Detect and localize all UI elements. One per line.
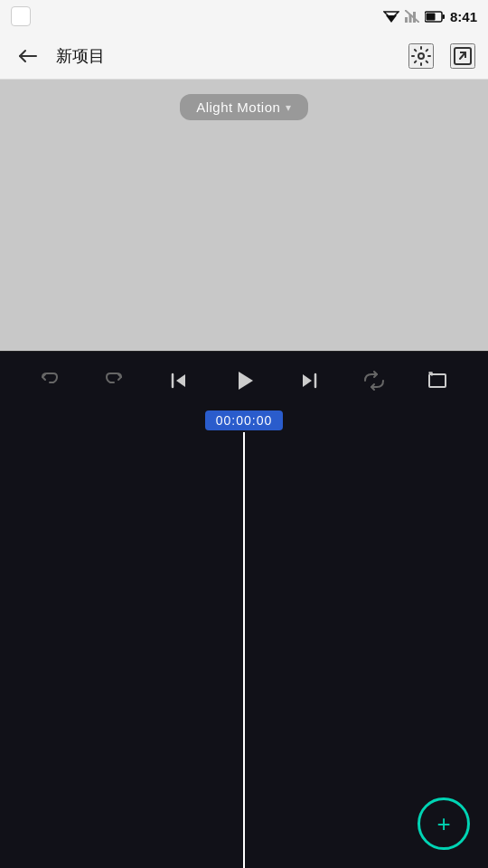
svg-rect-2	[405, 17, 408, 23]
back-button[interactable]	[13, 41, 43, 71]
svg-point-10	[418, 53, 424, 59]
battery-icon	[425, 11, 445, 23]
timecode-display: 00:00:00	[205, 410, 284, 430]
loop-button[interactable]	[358, 364, 390, 397]
skip-to-end-button[interactable]	[294, 364, 326, 397]
watermark-button[interactable]: Alight Motion ▾	[180, 94, 308, 120]
add-layer-button[interactable]: +	[418, 797, 470, 850]
svg-rect-8	[426, 13, 435, 20]
watermark-text: Alight Motion	[196, 99, 280, 115]
play-button[interactable]	[226, 363, 262, 399]
watermark-arrow: ▾	[286, 101, 292, 114]
status-time: 8:41	[450, 9, 477, 24]
status-bar-right: 8:41	[383, 9, 477, 24]
playhead: 00:00:00	[0, 409, 488, 868]
app-icon-square	[11, 6, 31, 26]
playback-controls	[0, 351, 488, 409]
fit-screen-button[interactable]	[421, 364, 454, 397]
timeline[interactable]: 00:00:00 +	[0, 409, 488, 868]
svg-marker-14	[239, 372, 253, 390]
playhead-line	[243, 432, 245, 868]
settings-button[interactable]	[408, 43, 434, 69]
project-title: 新项目	[52, 45, 399, 67]
export-button[interactable]	[450, 43, 475, 69]
wifi-icon	[383, 10, 399, 23]
redo-button[interactable]	[98, 364, 130, 397]
skip-to-start-button[interactable]	[162, 364, 194, 397]
signal-icon	[405, 10, 419, 23]
svg-rect-7	[442, 14, 445, 19]
add-icon: +	[436, 812, 450, 835]
undo-button[interactable]	[33, 364, 66, 397]
preview-canvas: Alight Motion ▾	[0, 80, 488, 351]
status-bar-left	[11, 6, 31, 26]
status-bar: 8:41	[0, 0, 488, 33]
toolbar-actions	[408, 43, 475, 69]
svg-rect-16	[429, 374, 446, 387]
toolbar: 新项目	[0, 33, 488, 80]
